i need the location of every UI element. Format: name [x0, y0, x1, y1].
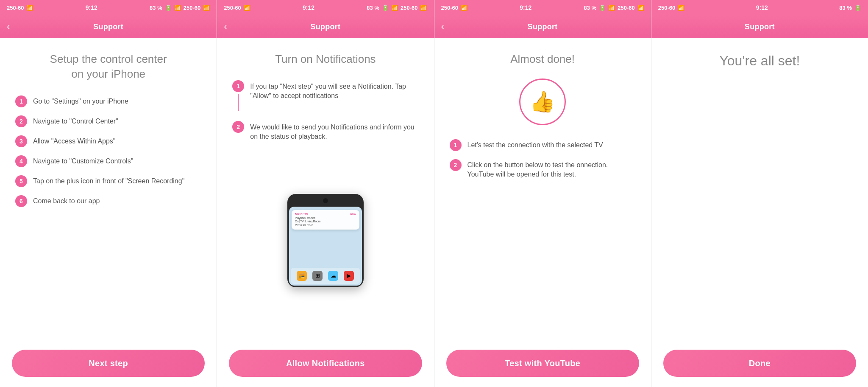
badge-3-2: 2	[450, 159, 462, 171]
notif-time: now	[350, 213, 356, 216]
phone-screen: Mirror TV now Playback started On [TV] L…	[289, 207, 362, 286]
phone-camera	[323, 198, 328, 203]
carrier-4: 250-60	[658, 5, 675, 11]
dock-icon-4: ▶	[344, 271, 354, 281]
back-button-1[interactable]: ‹	[7, 21, 10, 32]
step-text-1-5: Tap on the plus icon in front of "Screen…	[33, 175, 184, 186]
thumb-icon-circle: 👍	[519, 79, 566, 125]
nav-bar-4: Support	[651, 15, 868, 38]
dock-icon-3: ☁	[328, 271, 338, 281]
notif-line2: On [TV] Living Room	[295, 220, 356, 223]
steps-list-3: 1 Let's test the connection with the sel…	[450, 139, 636, 179]
phone-body: Mirror TV now Playback started On [TV] L…	[287, 194, 364, 287]
signal-icon-3: 📶	[608, 5, 615, 11]
allow-notifications-button[interactable]: Allow Notifications	[229, 350, 422, 377]
time-1: 9:12	[86, 4, 97, 11]
screen-2: 250-60 📶 9:12 83 % 🔋 📶 250-60 📶 ‹ Suppor…	[217, 0, 434, 387]
screen2-title: Turn on Notifications	[232, 52, 418, 67]
screen4-title: You're all set!	[667, 52, 853, 70]
notif-badge-1: 1	[232, 80, 244, 92]
carrier2-1: 250-60	[184, 5, 200, 11]
screen3-title: Almost done!	[450, 52, 636, 67]
nav-title-3: Support	[528, 22, 558, 31]
phone-dock: 📻 ⊞ ☁ ▶	[291, 268, 360, 284]
step-3-1: 1 Let's test the connection with the sel…	[450, 139, 636, 151]
phone-illustration: Mirror TV now Playback started On [TV] L…	[232, 145, 418, 336]
notif-line1: Playback started	[295, 216, 356, 220]
dock-icon-1: 📻	[297, 271, 307, 281]
nav-bar-2: ‹ Support	[217, 15, 434, 38]
carrier-1: 250-60	[7, 5, 24, 11]
content-1: Setup the control centeron your iPhone 1…	[0, 38, 217, 343]
screen-4: 250-60 📶 9:12 83 % 🔋 Support You're all …	[651, 0, 868, 387]
status-bar-3: 250-60 📶 9:12 83 % 🔋 📶 250-60 📶	[434, 0, 651, 15]
step-1-3: 3 Allow "Access Within Apps"	[15, 135, 201, 147]
step-text-3-1: Let's test the connection with the selec…	[467, 139, 603, 150]
step-1-6: 6 Come back to our app	[15, 195, 201, 207]
battery-3: 83 %	[584, 5, 597, 11]
carrier2-3: 250-60	[618, 5, 634, 11]
content-2: Turn on Notifications 1 If you tap "Next…	[217, 38, 434, 343]
step-3-2: 2 Click on the button below to test the …	[450, 159, 636, 179]
carrier2-2: 250-60	[401, 5, 417, 11]
wifi-icon2-2: 📶	[420, 5, 427, 11]
badge-1-6: 6	[15, 195, 27, 207]
step-text-3-2: Click on the button below to test the on…	[467, 159, 636, 179]
notif-app-name: Mirror TV	[295, 213, 308, 216]
carrier-3: 250-60	[441, 5, 458, 11]
battery-icon-4: 🔋	[854, 5, 861, 11]
notif-badge-2: 2	[232, 121, 244, 133]
test-youtube-button[interactable]: Test with YouTube	[446, 350, 639, 377]
back-button-3[interactable]: ‹	[441, 21, 444, 32]
time-2: 9:12	[303, 4, 314, 11]
signal-icon-1: 📶	[174, 5, 181, 11]
step-text-1-1: Go to "Settings" on your iPhone	[33, 95, 128, 106]
content-4: You're all set!	[651, 38, 868, 343]
thumbs-up-icon: 👍	[530, 90, 555, 114]
notif-step-1: 1 If you tap "Next step" you will see a …	[232, 80, 418, 111]
step-text-1-6: Come back to our app	[33, 195, 100, 206]
time-3: 9:12	[520, 4, 531, 11]
step-1-4: 4 Navigate to "Customize Controls"	[15, 155, 201, 167]
nav-bar-1: ‹ Support	[0, 15, 217, 38]
done-button[interactable]: Done	[663, 350, 856, 377]
wifi-icon2-1: 📶	[203, 5, 210, 11]
time-4: 9:12	[756, 4, 768, 11]
wifi-icon-3: 📶	[461, 5, 467, 11]
screen-1: 250-60 📶 9:12 83 % 🔋 📶 250-60 📶 ‹ Suppor…	[0, 0, 217, 387]
back-button-2[interactable]: ‹	[224, 21, 227, 32]
step-1-1: 1 Go to "Settings" on your iPhone	[15, 95, 201, 107]
screen-3: 250-60 📶 9:12 83 % 🔋 📶 250-60 📶 ‹ Suppor…	[434, 0, 651, 387]
connector-1	[238, 94, 239, 111]
status-bar-4: 250-60 📶 9:12 83 % 🔋	[651, 0, 868, 15]
badge-1-1: 1	[15, 95, 27, 107]
battery-2: 83 %	[367, 5, 379, 11]
badge-1-3: 3	[15, 135, 27, 147]
step-text-1-2: Navigate to "Control Center"	[33, 115, 118, 126]
badge-1-5: 5	[15, 175, 27, 187]
wifi-icon-4: 📶	[678, 5, 684, 11]
badge-1-4: 4	[15, 155, 27, 167]
signal-icon-2: 📶	[391, 5, 398, 11]
bottom-area-3: Test with YouTube	[434, 343, 651, 387]
status-bar-2: 250-60 📶 9:12 83 % 🔋 📶 250-60 📶	[217, 0, 434, 15]
battery-icon-3: 🔋	[599, 5, 606, 11]
dock-icon-2: ⊞	[312, 271, 323, 281]
notif-text-1: If you tap "Next step" you will see a No…	[250, 80, 418, 101]
notif-steps: 1 If you tap "Next step" you will see a …	[232, 80, 418, 142]
badge-3-1: 1	[450, 139, 462, 151]
battery-4: 83 %	[839, 5, 852, 11]
battery-icon-1: 🔋	[165, 5, 172, 11]
bottom-area-1: Next step	[0, 343, 217, 387]
bottom-area-4: Done	[651, 343, 868, 387]
carrier-2: 250-60	[224, 5, 241, 11]
step-text-1-3: Allow "Access Within Apps"	[33, 135, 116, 146]
step-1-5: 5 Tap on the plus icon in front of "Scre…	[15, 175, 201, 187]
step-text-1-4: Navigate to "Customize Controls"	[33, 155, 133, 166]
battery-icon-2: 🔋	[382, 5, 389, 11]
next-step-button[interactable]: Next step	[12, 350, 205, 377]
notif-step-2: 2 We would like to send you Notification…	[232, 121, 418, 142]
step-1-2: 2 Navigate to "Control Center"	[15, 115, 201, 127]
nav-title-1: Support	[93, 22, 123, 31]
nav-bar-3: ‹ Support	[434, 15, 651, 38]
